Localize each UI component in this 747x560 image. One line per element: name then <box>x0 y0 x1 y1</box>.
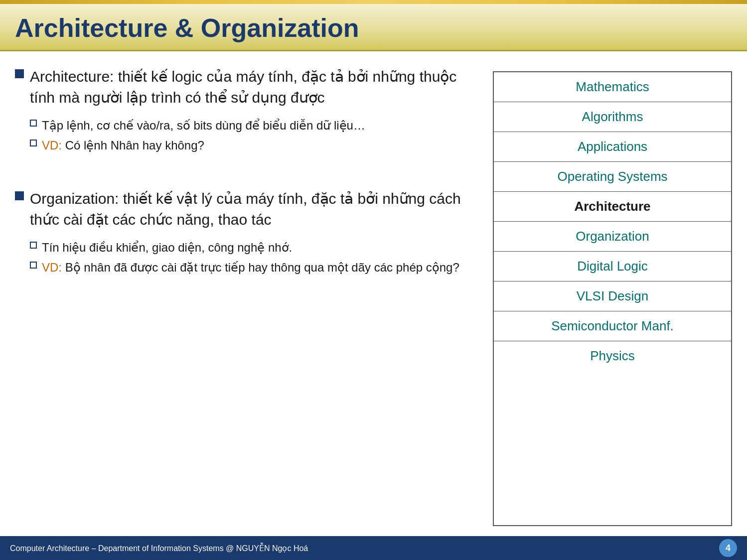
sub-bullet-icon-1-2 <box>30 140 37 146</box>
main-bullet-text-1: Architecture: thiết kế logic của máy tín… <box>30 66 478 108</box>
sub-bullet-text-2-1: Tín hiệu điều khiển, giao diện, công ngh… <box>42 239 292 256</box>
sub-bullet-1-1: Tập lệnh, cơ chế vào/ra, số bits dùng để… <box>30 117 478 134</box>
top-bar <box>0 0 747 4</box>
table-row-3: Operating Systems <box>494 162 731 192</box>
table-row-7: VLSI Design <box>494 281 731 311</box>
bullet-section-2: Organization: thiết kế vật lý của máy tí… <box>15 188 478 276</box>
sub-bullet-2-2: VD: Bộ nhân đã được cài đặt trực tiếp ha… <box>30 259 478 276</box>
sub-bullet-2-1: Tín hiệu điều khiển, giao diện, công ngh… <box>30 239 478 256</box>
sub-bullets-2: Tín hiệu điều khiển, giao diện, công ngh… <box>30 239 478 276</box>
table-row-1: Algorithms <box>494 102 731 132</box>
table-row-2: Applications <box>494 132 731 162</box>
sub-bullet-highlight-2-2: VD: <box>42 261 65 274</box>
sub-bullet-body-1-2: Có lệnh Nhân hay không? <box>65 139 204 152</box>
bullet-icon-1 <box>15 69 24 78</box>
right-table: MathematicsAlgorithmsApplicationsOperati… <box>493 71 732 526</box>
sub-bullet-text-1-2: VD: Có lệnh Nhân hay không? <box>42 137 204 154</box>
header: Architecture & Organization <box>0 4 747 51</box>
main-bullet-text-2: Organization: thiết kế vật lý của máy tí… <box>30 188 478 230</box>
sub-bullet-highlight-1-2: VD: <box>42 139 65 152</box>
main-content: Architecture: thiết kế logic của máy tín… <box>0 51 747 536</box>
sub-bullet-icon-2-2 <box>30 262 37 269</box>
footer: Computer Architecture – Department of In… <box>0 536 747 560</box>
sub-bullet-text-1-1: Tập lệnh, cơ chế vào/ra, số bits dùng để… <box>42 117 365 134</box>
table-row-4: Architecture <box>494 192 731 222</box>
bullet-section-1: Architecture: thiết kế logic của máy tín… <box>15 66 478 153</box>
sub-bullet-icon-1-1 <box>30 120 37 127</box>
sub-bullet-1-2: VD: Có lệnh Nhân hay không? <box>30 137 478 154</box>
separator-1 <box>15 163 478 178</box>
bullet-icon-2 <box>15 191 24 200</box>
sub-bullet-text-2-2: VD: Bộ nhân đã được cài đặt trực tiếp ha… <box>42 259 459 276</box>
sub-bullet-body-2-2: Bộ nhân đã được cài đặt trực tiếp hay th… <box>65 261 459 274</box>
footer-text: Computer Architecture – Department of In… <box>10 544 308 553</box>
main-bullet-2: Organization: thiết kế vật lý của máy tí… <box>15 188 478 230</box>
table-row-5: Organization <box>494 222 731 252</box>
sub-bullets-1: Tập lệnh, cơ chế vào/ra, số bits dùng để… <box>30 117 478 153</box>
sub-bullet-icon-2-1 <box>30 242 37 249</box>
left-content: Architecture: thiết kế logic của máy tín… <box>15 66 478 526</box>
table-row-8: Semiconductor Manf. <box>494 311 731 341</box>
footer-page-badge: 4 <box>719 539 737 557</box>
table-row-6: Digital Logic <box>494 252 731 281</box>
table-row-9: Physics <box>494 341 731 371</box>
main-bullet-1: Architecture: thiết kế logic của máy tín… <box>15 66 478 108</box>
page-title: Architecture & Organization <box>15 13 732 43</box>
table-row-0: Mathematics <box>494 72 731 102</box>
